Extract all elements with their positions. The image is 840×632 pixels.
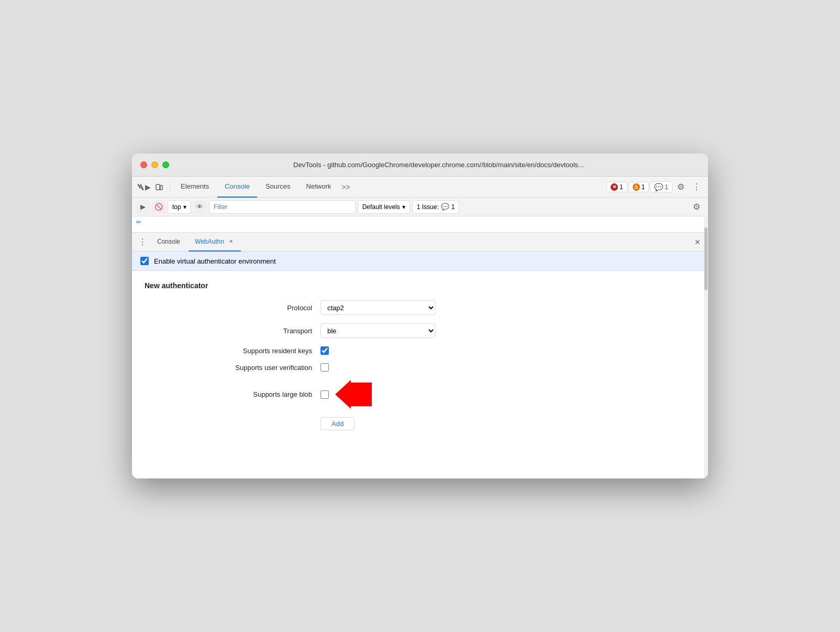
issue-badge[interactable]: 1 Issue: 💬 1 [412, 200, 460, 214]
svg-rect-0 [156, 184, 160, 190]
red-arrow-indicator [335, 380, 372, 409]
user-verification-label: Supports user verification [207, 364, 312, 372]
blue-tick: ✏ [136, 219, 141, 226]
arrow-svg [335, 380, 372, 409]
tab-network[interactable]: Network [299, 177, 339, 198]
large-blob-label: Supports large blob [207, 390, 312, 398]
new-authenticator-section: New authenticator Protocol ctap2 u2f Tra… [132, 271, 708, 451]
scrollbar-track[interactable] [704, 216, 708, 478]
levels-chevron-icon: ▾ [402, 203, 405, 211]
minimize-button[interactable] [151, 161, 158, 168]
window-title: DevTools - github.com/GoogleChrome/devel… [178, 161, 700, 169]
scrollbar-thumb[interactable] [704, 227, 708, 290]
add-button-row: Add [145, 417, 695, 430]
transport-row: Transport ble usb nfc internal [145, 323, 695, 338]
error-icon: ✕ [611, 183, 618, 191]
context-chevron-icon: ▾ [183, 203, 186, 211]
resident-keys-checkbox[interactable] [320, 346, 329, 355]
user-verification-checkbox[interactable] [320, 363, 329, 372]
content-area: ✏ ⋮ Console WebAuthn ✕ ✕ E [132, 216, 708, 478]
webauthn-tab-label: WebAuthn [195, 238, 224, 245]
context-label: top [172, 203, 181, 211]
panel-options-icon[interactable]: ⋮ [136, 236, 149, 248]
clear-console-icon[interactable]: 🚫 [152, 200, 165, 214]
protocol-row: Protocol ctap2 u2f [145, 300, 695, 315]
protocol-select[interactable]: ctap2 u2f [320, 300, 436, 315]
console-toolbar: ▶ 🚫 top ▾ 👁 Default levels ▾ 1 Issue: 💬 … [132, 198, 708, 216]
svg-marker-2 [335, 380, 372, 409]
transport-select[interactable]: ble usb nfc internal [320, 323, 436, 338]
webauthn-tab-close-icon[interactable]: ✕ [227, 238, 235, 245]
enable-authenticator-checkbox[interactable] [140, 257, 149, 265]
panel-close-icon[interactable]: ✕ [691, 236, 704, 248]
panel-tabs: ⋮ Console WebAuthn ✕ ✕ [132, 233, 708, 252]
more-options-icon[interactable]: ⋮ [689, 180, 704, 194]
error-badge[interactable]: ✕ 1 [606, 182, 627, 192]
maximize-button[interactable] [162, 161, 169, 168]
enable-authenticator-row: Enable virtual authenticator environment [132, 252, 708, 271]
device-toggle-icon[interactable] [152, 180, 167, 194]
settings-icon[interactable]: ⚙ [673, 180, 688, 194]
info-badge[interactable]: 💬 1 [650, 181, 672, 193]
more-tabs-button[interactable]: >> [339, 181, 352, 193]
default-levels-selector[interactable]: Default levels ▾ [358, 200, 410, 214]
title-bar: DevTools - github.com/GoogleChrome/devel… [132, 154, 708, 177]
execute-icon[interactable]: ▶ [136, 200, 150, 214]
info-count: 1 [665, 183, 668, 191]
context-selector[interactable]: top ▾ [168, 200, 191, 214]
default-levels-label: Default levels [362, 203, 400, 211]
user-verification-row: Supports user verification [145, 363, 695, 372]
bottom-panel: ⋮ Console WebAuthn ✕ ✕ Enable virtual au… [132, 232, 708, 451]
issue-label: 1 Issue: [417, 203, 439, 211]
content-top: ✏ [132, 216, 708, 232]
enable-authenticator-label: Enable virtual authenticator environment [154, 257, 276, 265]
large-blob-row: Supports large blob [145, 380, 695, 409]
console-tab-label: Console [157, 238, 180, 245]
warn-icon: ⚠ [633, 183, 640, 191]
protocol-label: Protocol [207, 304, 312, 312]
devtools-window: DevTools - github.com/GoogleChrome/devel… [132, 154, 708, 478]
issue-count: 1 [451, 203, 455, 211]
tab-panel-console[interactable]: Console [151, 233, 186, 252]
console-settings-icon[interactable]: ⚙ [689, 200, 704, 214]
tab-elements[interactable]: Elements [173, 177, 216, 198]
warn-count: 1 [642, 183, 645, 191]
traffic-lights [140, 161, 169, 168]
toolbar-divider [170, 182, 170, 192]
add-button[interactable]: Add [320, 417, 355, 430]
svg-rect-1 [160, 186, 162, 190]
resident-keys-row: Supports resident keys [145, 346, 695, 355]
error-count: 1 [620, 183, 623, 191]
warn-badge[interactable]: ⚠ 1 [628, 182, 649, 192]
inspect-icon[interactable]: ▶ [136, 180, 151, 194]
eye-icon[interactable]: 👁 [193, 200, 207, 214]
large-blob-checkbox[interactable] [320, 390, 329, 399]
devtools-toolbar: ▶ Elements Console Sources Network >> ✕ … [132, 177, 708, 198]
new-auth-title: New authenticator [145, 281, 695, 290]
tab-console[interactable]: Console [217, 177, 257, 198]
filter-input[interactable] [209, 200, 356, 214]
tab-panel-webauthn[interactable]: WebAuthn ✕ [189, 233, 241, 252]
transport-label: Transport [207, 327, 312, 335]
close-button[interactable] [140, 161, 147, 168]
resident-keys-label: Supports resident keys [207, 347, 312, 355]
tab-sources[interactable]: Sources [258, 177, 298, 198]
